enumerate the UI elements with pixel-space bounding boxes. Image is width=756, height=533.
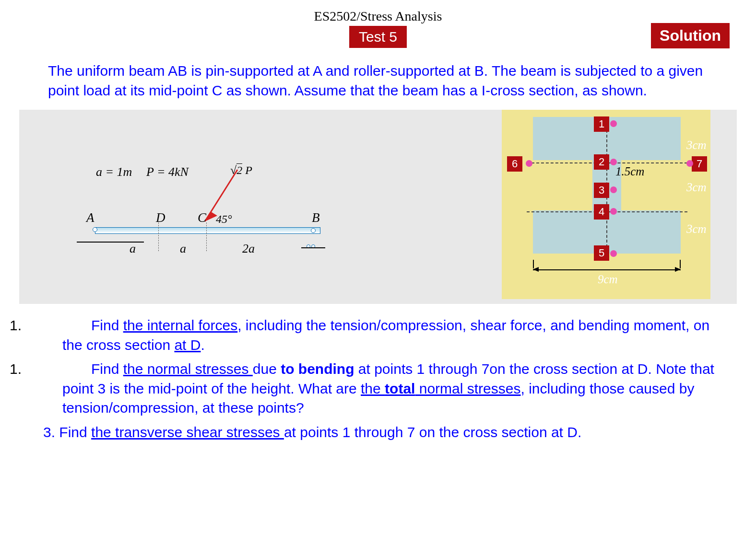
beam-bar	[95, 227, 320, 234]
dim-9cm: 9cm	[598, 273, 618, 286]
dot-1	[610, 120, 617, 127]
dim-a1: a	[130, 242, 136, 256]
pin-at-A	[93, 227, 100, 235]
question-1: 1. Find the internal forces, including t…	[5, 316, 732, 355]
dim-2a: 2a	[242, 242, 255, 256]
q1-body: Find the internal forces, including the …	[43, 316, 732, 355]
dim-3cm-a: 3cm	[686, 139, 707, 152]
param-P: P = 4kN	[146, 165, 189, 179]
pt-1: 1	[594, 116, 609, 132]
width-arrow-l	[533, 267, 539, 272]
pt-7: 7	[692, 156, 707, 172]
dot-6	[526, 160, 532, 167]
cross-section-diagram: 1 2 3 4 5 6 7 1.5cm 3cm 3cm 3cm 9cm	[502, 110, 710, 299]
pt-4: 4	[594, 204, 609, 220]
diagram-area: a = 1m P = 4kN √2 P A D C 45° B a a 2a	[19, 110, 737, 304]
dim-3cm-b: 3cm	[686, 181, 707, 194]
label-C: C	[198, 210, 206, 225]
dot-3	[610, 186, 617, 193]
dot-7	[686, 160, 693, 167]
width-arrow-r	[675, 267, 681, 272]
pt-6: 6	[507, 156, 522, 172]
question-2: 1. Find the normal stresses due to bendi…	[5, 359, 732, 418]
dim-a2: a	[180, 242, 186, 256]
q1-number: 1.	[5, 316, 43, 355]
label-D: D	[156, 210, 165, 225]
width-arrow-line	[533, 269, 681, 270]
questions: 1. Find the internal forces, including t…	[0, 309, 756, 442]
test-badge: Test 5	[349, 26, 407, 48]
q2-number: 1.	[5, 359, 43, 418]
dim-1.5cm: 1.5cm	[615, 165, 644, 178]
dim-3cm-c: 3cm	[686, 222, 707, 236]
beam-diagram: a = 1m P = 4kN √2 P A D C 45° B a a 2a	[62, 146, 350, 270]
label-A: A	[86, 210, 94, 225]
q2-body: Find the normal stresses due to bending …	[43, 359, 732, 418]
pt-3: 3	[594, 183, 609, 198]
roller-top	[311, 228, 316, 233]
dot-4	[610, 208, 617, 215]
dot-2	[610, 159, 617, 165]
course-title: ES2502/Stress Analysis	[0, 9, 756, 24]
label-B: B	[312, 210, 320, 225]
pt-2: 2	[594, 154, 609, 170]
roller-at-B	[306, 242, 316, 250]
param-a: a = 1m	[96, 165, 132, 179]
question-3: 3. Find the transverse shear stresses at…	[5, 423, 732, 442]
dot-5	[610, 250, 617, 257]
solution-badge: Solution	[651, 23, 730, 48]
dash-C	[206, 222, 207, 251]
header: ES2502/Stress Analysis Test 5	[0, 0, 756, 48]
pt-5: 5	[594, 245, 609, 261]
angle-45: 45°	[216, 213, 232, 226]
problem-statement: The uniform beam AB is pin-supported at …	[0, 48, 756, 100]
dash-D	[158, 222, 159, 251]
